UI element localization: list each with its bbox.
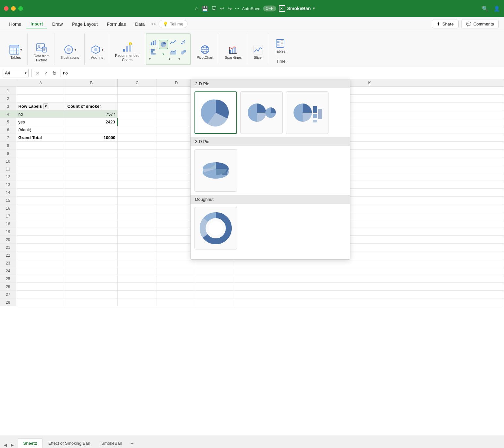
cell-a18[interactable] bbox=[16, 220, 65, 228]
cell-reference-box[interactable]: A4 ▾ bbox=[3, 69, 29, 77]
cell-b23[interactable] bbox=[65, 259, 118, 267]
cell-c9[interactable] bbox=[118, 150, 157, 157]
tables-button[interactable]: ▾ Tables bbox=[7, 41, 24, 64]
cell-a4[interactable]: no bbox=[16, 110, 65, 118]
cell-c17[interactable] bbox=[118, 212, 157, 220]
cell-b4[interactable]: 7577 bbox=[65, 110, 118, 118]
comments-button[interactable]: 💬 Comments bbox=[461, 20, 499, 28]
cell-d27[interactable] bbox=[157, 291, 196, 298]
scatter-dropdown-icon[interactable]: ▾ bbox=[178, 57, 188, 61]
cell-a14[interactable] bbox=[16, 189, 65, 196]
cell-c16[interactable] bbox=[118, 204, 157, 212]
bar-chart-button[interactable] bbox=[149, 47, 158, 56]
cell-a3[interactable]: Row Labels ▾ bbox=[16, 103, 65, 110]
save2-icon[interactable]: 🖫 bbox=[211, 6, 217, 11]
cell-b3[interactable]: Count of smoker bbox=[65, 103, 118, 110]
col-header-b[interactable]: B bbox=[65, 79, 118, 87]
cell-a6[interactable]: (blank) bbox=[16, 126, 65, 134]
formula-function-button[interactable]: fx bbox=[51, 70, 58, 76]
cell-c22[interactable] bbox=[118, 251, 157, 259]
cell-a16[interactable] bbox=[16, 204, 65, 212]
cell-b11[interactable] bbox=[65, 165, 118, 173]
close-button[interactable] bbox=[4, 6, 8, 11]
tables-dropdown-icon[interactable]: ▾ bbox=[20, 48, 22, 52]
cell-c28[interactable] bbox=[118, 298, 157, 306]
cell-c6[interactable] bbox=[118, 126, 157, 134]
cell-e24[interactable] bbox=[196, 267, 235, 275]
cell-a10[interactable] bbox=[16, 157, 65, 165]
cell-c13[interactable] bbox=[118, 181, 157, 188]
cell-c4[interactable] bbox=[118, 110, 157, 118]
redo-icon[interactable]: ↪ bbox=[227, 6, 232, 12]
cell-c25[interactable] bbox=[118, 275, 157, 282]
formula-cancel-button[interactable]: ✕ bbox=[34, 70, 41, 76]
cell-a22[interactable] bbox=[16, 251, 65, 259]
formula-confirm-button[interactable]: ✓ bbox=[43, 70, 49, 76]
cell-d26[interactable] bbox=[157, 283, 196, 290]
chart-option-pie-of-pie[interactable] bbox=[240, 91, 283, 134]
maximize-button[interactable] bbox=[18, 6, 23, 11]
cell-a1[interactable] bbox=[16, 87, 65, 94]
cell-c15[interactable] bbox=[118, 197, 157, 204]
menu-item-draw[interactable]: Draw bbox=[48, 20, 67, 28]
cell-a28[interactable] bbox=[16, 298, 65, 306]
cell-rest-24[interactable] bbox=[235, 267, 504, 275]
cell-b2[interactable] bbox=[65, 95, 118, 102]
cell-b22[interactable] bbox=[65, 251, 118, 259]
search-icon[interactable]: 🔍 bbox=[482, 6, 488, 12]
cell-a25[interactable] bbox=[16, 275, 65, 282]
cell-b28[interactable] bbox=[65, 298, 118, 306]
cell-c21[interactable] bbox=[118, 244, 157, 251]
cell-a2[interactable] bbox=[16, 95, 65, 102]
cell-b25[interactable] bbox=[65, 275, 118, 282]
cell-a27[interactable] bbox=[16, 291, 65, 298]
col-header-a[interactable]: A bbox=[16, 79, 65, 87]
cell-c23[interactable] bbox=[118, 259, 157, 267]
line-dropdown-icon[interactable]: ▾ bbox=[169, 57, 178, 61]
more-icon[interactable]: ··· bbox=[235, 6, 239, 11]
pie-chart-button[interactable] bbox=[159, 40, 168, 49]
home-icon[interactable]: ⌂ bbox=[195, 6, 198, 11]
cell-a24[interactable] bbox=[16, 267, 65, 275]
charts-dropdown-icon[interactable]: ▾ bbox=[149, 57, 158, 61]
cell-b19[interactable] bbox=[65, 228, 118, 235]
cell-b10[interactable] bbox=[65, 157, 118, 165]
cell-b9[interactable] bbox=[65, 150, 118, 157]
cell-c18[interactable] bbox=[118, 220, 157, 228]
maps-button[interactable]: PivotChart bbox=[195, 41, 215, 64]
cell-b6[interactable] bbox=[65, 126, 118, 134]
cell-b15[interactable] bbox=[65, 197, 118, 204]
cell-d24[interactable] bbox=[157, 267, 196, 275]
cell-b5[interactable]: 2423 bbox=[65, 118, 118, 126]
cell-a5[interactable]: yes bbox=[16, 118, 65, 126]
slicer-button[interactable]: Tables bbox=[273, 35, 287, 57]
cell-d25[interactable] bbox=[157, 275, 196, 282]
cell-e25[interactable] bbox=[196, 275, 235, 282]
cell-b24[interactable] bbox=[65, 267, 118, 275]
cell-c11[interactable] bbox=[118, 165, 157, 173]
cell-b16[interactable] bbox=[65, 204, 118, 212]
menu-item-insert[interactable]: Insert bbox=[26, 20, 47, 28]
illustrations-button[interactable]: ▾ Illustrations bbox=[59, 41, 81, 64]
scatter-chart-button[interactable] bbox=[178, 38, 188, 47]
cell-rest-28[interactable] bbox=[235, 298, 504, 306]
sheet-tab-effect[interactable]: Effect of Smoking Ban bbox=[43, 439, 96, 448]
save-icon[interactable]: 💾 bbox=[202, 6, 208, 12]
sheet-next-button[interactable]: ▶ bbox=[9, 442, 15, 448]
add-sheet-button[interactable]: + bbox=[128, 440, 137, 448]
pivot-filter-icon[interactable]: ▾ bbox=[43, 104, 48, 109]
cell-b1[interactable] bbox=[65, 87, 118, 94]
cell-rest-25[interactable] bbox=[235, 275, 504, 282]
sheet-tab-sheet2[interactable]: Sheet2 bbox=[18, 439, 43, 448]
area-chart-button[interactable] bbox=[169, 47, 178, 56]
cell-a12[interactable] bbox=[16, 173, 65, 181]
share-button[interactable]: ⬆ Share bbox=[432, 20, 459, 28]
cell-a8[interactable] bbox=[16, 142, 65, 149]
cell-c1[interactable] bbox=[118, 87, 157, 94]
addins-button[interactable]: ▾ Add-ins bbox=[89, 41, 106, 64]
cell-a13[interactable] bbox=[16, 181, 65, 188]
sheet-tab-smokeban[interactable]: SmokeBan bbox=[96, 439, 128, 448]
cell-rest-23[interactable] bbox=[235, 259, 504, 267]
cell-a21[interactable] bbox=[16, 244, 65, 251]
illustrations-dropdown-icon[interactable]: ▾ bbox=[75, 48, 76, 52]
